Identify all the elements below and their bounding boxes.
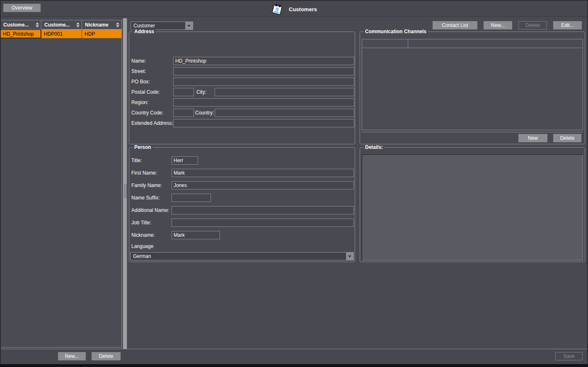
divider: [362, 132, 583, 132]
name-suffix-field[interactable]: [172, 194, 211, 202]
name-label: Name:: [131, 57, 146, 65]
title-field[interactable]: [172, 156, 198, 165]
postal-code-label: Postal Code:: [131, 88, 160, 96]
language-label: Language: [131, 242, 153, 250]
job-title-field[interactable]: [172, 219, 354, 227]
toolbar-buttons: Contact List New... Delete Edit...: [433, 21, 582, 29]
family-name-field[interactable]: [172, 181, 354, 190]
city-field[interactable]: [215, 88, 354, 96]
communication-channels-title: Communication Channels: [363, 29, 428, 34]
top-bar: Overview Customers: [0, 0, 588, 17]
splitter-grip-icon: [124, 184, 127, 199]
language-select[interactable]: German: [130, 252, 354, 260]
cell-nickname[interactable]: HDP: [82, 29, 121, 38]
delete-list-entry-button[interactable]: Delete: [92, 352, 121, 360]
overview-button[interactable]: Overview: [3, 4, 41, 12]
person-group: Person Title: First Name: Family Name: N…: [129, 147, 355, 262]
delete-customer-button[interactable]: Delete: [518, 21, 547, 29]
edit-customer-button[interactable]: Edit...: [553, 21, 582, 29]
address-group: Address Name: Street: PO Box: Postal Cod…: [129, 32, 355, 144]
region-field[interactable]: [173, 98, 354, 107]
po-box-field[interactable]: [173, 78, 354, 86]
country-code-field[interactable]: [173, 109, 194, 117]
po-box-label: PO Box:: [131, 78, 150, 86]
communication-channels-group: Communication Channels New Delete: [360, 32, 585, 144]
panel-splitter[interactable]: [123, 18, 127, 364]
additional-name-field[interactable]: [172, 206, 354, 214]
sort-icon[interactable]: [116, 22, 119, 27]
window-edge: [0, 0, 1, 364]
first-name-field[interactable]: [172, 169, 354, 177]
city-label: City:: [196, 88, 206, 96]
country-code-label: Country Code:: [131, 109, 163, 117]
street-field[interactable]: [173, 67, 354, 75]
title-label: Title:: [131, 156, 142, 165]
page-title: Customers: [289, 6, 317, 12]
customer-table: Custome... Custome... Nickname HD_Prints…: [0, 20, 122, 348]
page-title-group: Customers: [0, 1, 588, 17]
column-header-customer-name[interactable]: Custome...: [0, 20, 41, 29]
table-row-selected[interactable]: HD_Printshop HDP001 HDP: [0, 29, 121, 38]
job-title-label: Job Title:: [131, 219, 151, 227]
street-label: Street:: [131, 67, 146, 75]
name-field[interactable]: [173, 57, 354, 65]
column-header-label: Custome...: [3, 22, 29, 28]
column-header-label: Custome...: [44, 22, 70, 28]
postal-code-field[interactable]: [173, 88, 194, 96]
record-type-value: Customer: [131, 23, 185, 29]
country-field[interactable]: [215, 109, 354, 117]
region-label: Region:: [131, 98, 148, 107]
address-group-title: Address: [133, 29, 156, 34]
channel-value-column-header[interactable]: [408, 39, 583, 48]
footer-bar: New... Delete Save: [0, 349, 588, 364]
window-bottom-edge: [0, 364, 588, 367]
first-name-label: First Name:: [131, 169, 157, 177]
column-header-nickname[interactable]: Nickname: [82, 20, 121, 29]
person-group-title: Person: [133, 144, 153, 150]
communication-channel-buttons: New Delete: [518, 134, 581, 142]
language-value: German: [131, 253, 346, 259]
country-label: Country:: [195, 109, 214, 117]
new-list-entry-button[interactable]: New...: [58, 352, 86, 360]
column-header-label: Nickname: [85, 22, 109, 28]
extended-address-label: Extended Address:: [131, 119, 173, 127]
new-customer-button[interactable]: New...: [484, 21, 512, 29]
details-group-title: Details:: [363, 144, 385, 150]
save-button[interactable]: Save: [555, 352, 583, 360]
customer-table-header: Custome... Custome... Nickname: [0, 20, 121, 29]
family-name-label: Family Name:: [131, 181, 162, 190]
customers-icon: [271, 2, 283, 16]
column-header-customer-number[interactable]: Custome...: [41, 20, 82, 29]
channel-type-column-header[interactable]: [362, 39, 408, 48]
chevron-down-icon[interactable]: [185, 22, 193, 29]
cell-customer-name[interactable]: HD_Printshop: [0, 29, 41, 38]
new-channel-button[interactable]: New: [518, 134, 547, 142]
contact-list-button[interactable]: Contact List: [433, 21, 477, 29]
extended-address-field[interactable]: [173, 119, 354, 127]
communication-channels-table[interactable]: [362, 39, 583, 130]
sort-icon[interactable]: [36, 22, 39, 27]
name-suffix-label: Name Suffix:: [131, 194, 160, 202]
sort-icon[interactable]: [76, 22, 80, 27]
nickname-field[interactable]: [172, 231, 220, 239]
customers-window: Overview Customers Custome...: [0, 0, 588, 367]
delete-channel-button[interactable]: Delete: [553, 134, 581, 142]
additional-name-label: Additional Name:: [131, 206, 169, 214]
cell-customer-number[interactable]: HDP001: [41, 29, 82, 38]
communication-channels-header: [362, 39, 583, 48]
details-group: Details:: [360, 147, 585, 262]
nickname-label: Nickname:: [131, 231, 155, 239]
chevron-down-icon[interactable]: [346, 253, 353, 260]
details-textarea[interactable]: [362, 154, 583, 260]
